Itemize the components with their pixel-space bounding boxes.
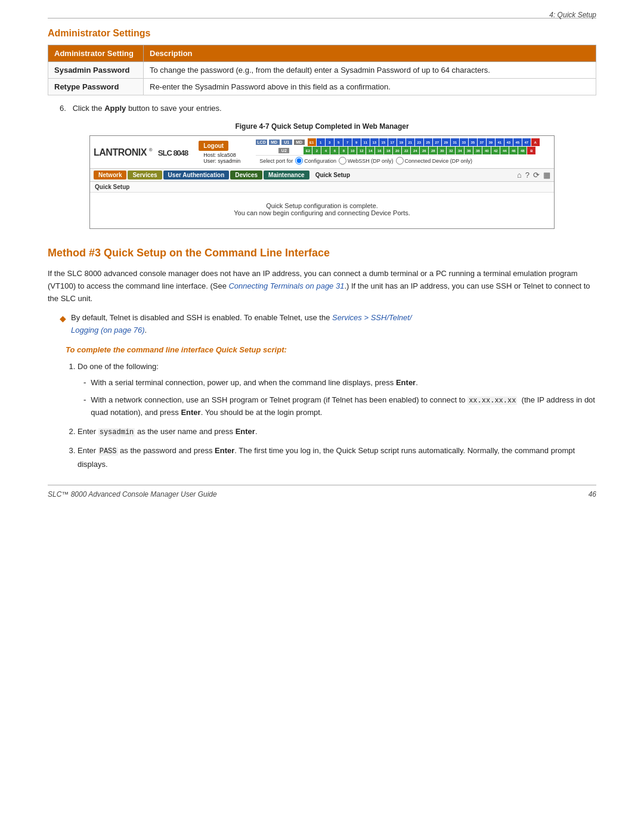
wm-breadcrumb: Quick Setup	[90, 182, 554, 193]
method3-title: Method #3 Quick Setup on the Command Lin…	[48, 247, 596, 259]
page-chapter-label: 4: Quick Setup	[549, 11, 596, 19]
radio-connected[interactable]	[396, 157, 404, 165]
step-2: Enter sysadmin as the user name and pres…	[78, 425, 596, 438]
nav-services[interactable]: Services	[128, 171, 162, 179]
substep-1b: - With a network connection, use an SSH …	[83, 394, 596, 419]
step6-text: 6. Click the Apply button to save your e…	[60, 104, 596, 113]
wm-port-grid: LCD MD U1 MD E1 1 3 5 7 9 11 13 15	[256, 138, 550, 166]
wm-content: Quick Setup configuration is complete. Y…	[90, 193, 554, 228]
setting-name: Retype Password	[48, 79, 144, 95]
logout-button[interactable]: Logout	[199, 141, 228, 151]
wm-nav-icons: ⌂ ? ⟳ ▦	[517, 171, 550, 179]
nav-maintenance[interactable]: Maintenance	[264, 171, 309, 179]
refresh-icon[interactable]: ⟳	[533, 171, 540, 179]
step-1: Do one of the following: - With a serial…	[78, 360, 596, 419]
nav-devices[interactable]: Devices	[230, 171, 262, 179]
table-row: Retype Password Re-enter the Sysadmin Pa…	[48, 79, 596, 95]
wm-header: LANTRONIX ® SLC 8048 Logout Host: slca50…	[90, 136, 554, 169]
grid-icon[interactable]: ▦	[543, 171, 550, 179]
radio-configuration[interactable]	[295, 157, 303, 165]
footer-left-text: SLC™ 8000 Advanced Console Manager User …	[48, 490, 217, 498]
webmanager-screenshot: LANTRONIX ® SLC 8048 Logout Host: slca50…	[89, 135, 555, 229]
services-ssh-link[interactable]: Services > SSH/Telnet/Logging (on page 7…	[71, 313, 412, 335]
step1-subitems: - With a serial terminal connection, pow…	[83, 377, 596, 419]
home-icon[interactable]: ⌂	[517, 171, 522, 179]
admin-settings-table: Administrator Setting Description Sysadm…	[48, 45, 596, 95]
setting-name: Sysadmin Password	[48, 62, 144, 79]
wm-complete-msg1: Quick Setup configuration is complete.	[102, 202, 542, 209]
wm-user: User: sysadmin	[203, 158, 240, 164]
setting-description: Re-enter the Sysadmin Password above in …	[144, 79, 596, 95]
setting-description: To change the password (e.g., from the d…	[144, 62, 596, 79]
bullet-item-text: By default, Telnet is disabled and SSH i…	[71, 312, 412, 337]
admin-settings-title: Administrator Settings	[48, 28, 596, 39]
method3-body1: If the SLC 8000 advanced console manager…	[48, 268, 596, 305]
substep-1a: - With a serial terminal connection, pow…	[83, 377, 596, 389]
dash-icon: -	[83, 377, 86, 389]
connecting-terminals-link[interactable]: Connecting Terminals on page 31	[228, 281, 344, 290]
page-footer: SLC™ 8000 Advanced Console Manager User …	[48, 485, 596, 498]
footer-page-number: 46	[589, 490, 596, 498]
substep-1a-text: With a serial terminal connection, power…	[91, 377, 417, 389]
nav-user-auth[interactable]: User Authentication	[163, 171, 230, 179]
radio-webssh[interactable]	[339, 157, 346, 165]
step-3: Enter PASS as the password and press Ent…	[78, 444, 596, 470]
wm-host: Host: slca508	[203, 152, 240, 158]
wm-logo: LANTRONIX ® SLC 8048	[94, 146, 188, 159]
dash-icon: -	[83, 394, 86, 407]
bullet-diamond-icon: ◆	[60, 312, 66, 325]
nav-quick-setup[interactable]: Quick Setup	[311, 171, 355, 179]
bullet-item-telnet: ◆ By default, Telnet is disabled and SSH…	[60, 312, 596, 337]
wm-select-port-row: Select port for Configuration WebSSH (DP…	[256, 155, 476, 166]
table-row: Sysadmin Password To change the password…	[48, 62, 596, 79]
cli-subheading: To complete the command line interface Q…	[66, 345, 596, 354]
table-header-description: Description	[144, 45, 596, 62]
wm-complete-msg2: You can now begin configuring and connec…	[102, 209, 542, 216]
figure-label: Figure 4-7 Quick Setup Completed in Web …	[48, 122, 596, 131]
help-icon[interactable]: ?	[525, 171, 530, 179]
substep-1b-text: With a network connection, use an SSH pr…	[91, 394, 596, 419]
numbered-steps-list: Do one of the following: - With a serial…	[78, 360, 596, 471]
table-header-setting: Administrator Setting	[48, 45, 144, 62]
wm-navbar: Network Services User Authentication Dev…	[90, 169, 554, 182]
nav-network[interactable]: Network	[94, 171, 126, 179]
